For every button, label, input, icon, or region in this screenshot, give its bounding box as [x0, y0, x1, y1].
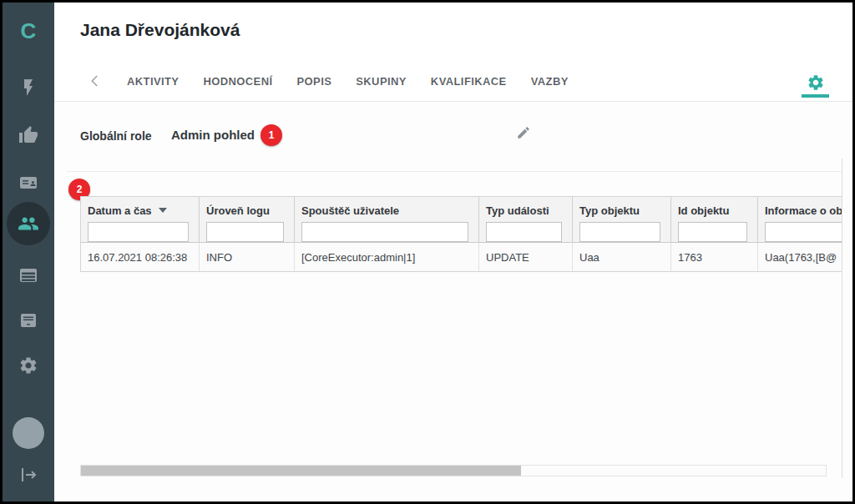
filter-input-typ-udalosti[interactable]	[486, 222, 562, 242]
page-title: Jana Dřevojánková	[80, 20, 240, 40]
column-header-id-objektu[interactable]: Id objektu	[671, 197, 758, 242]
cell-spoustec: [CoreExecutor:admin|1]	[295, 243, 479, 271]
cell-typ-udalosti: UPDATE	[479, 243, 573, 271]
column-header-informace-o-objektu[interactable]: Informace o objektu	[758, 197, 842, 242]
thumbs-up-icon[interactable]	[18, 125, 38, 145]
chevron-left-icon[interactable]	[88, 73, 103, 88]
active-tab-underline	[802, 94, 829, 98]
filter-input-id-objektu[interactable]	[678, 222, 747, 242]
tab-hodnoceni[interactable]: HODNOCENÍ	[203, 75, 272, 88]
log-table: Datum a čas Úroveň logu Spouštěč uživate…	[80, 196, 842, 272]
tab-bar: AKTIVITY HODNOCENÍ POPIS SKUPINY KVALIFI…	[88, 67, 569, 95]
app-window: C Jana Dřevojánkov	[0, 0, 855, 504]
filter-input-spoustec[interactable]	[301, 222, 468, 242]
scrollbar-thumb[interactable]	[81, 466, 521, 476]
cell-datum: 16.07.2021 08:26:38	[81, 243, 200, 271]
avatar[interactable]	[13, 417, 44, 449]
table-header-row: Datum a čas Úroveň logu Spouštěč uživate…	[81, 197, 842, 243]
sidebar: C	[3, 3, 54, 501]
filter-input-informace[interactable]	[765, 222, 842, 242]
column-header-datum-a-cas[interactable]: Datum a čas	[81, 197, 200, 242]
cell-id-objektu: 1763	[671, 243, 758, 271]
cell-informace: Uaa(1763,[B@	[758, 243, 842, 271]
tab-kvalifikace[interactable]: KVALIFIKACE	[431, 75, 507, 88]
tab-skupiny[interactable]: SKUPINY	[356, 75, 407, 88]
role-label: Globální role	[80, 129, 152, 143]
people-icon	[18, 213, 39, 234]
column-header-uroven-logu[interactable]: Úroveň logu	[200, 197, 295, 242]
column-header-spoustec-uzivatele[interactable]: Spouštěč uživatele	[295, 197, 479, 242]
pane-divider	[842, 159, 842, 478]
tab-vazby[interactable]: VAZBY	[531, 75, 569, 88]
role-value: Admin pohled	[171, 128, 255, 142]
horizontal-scrollbar[interactable]	[80, 465, 827, 476]
topbar: Jana Dřevojánková AKTIVITY HODNOCENÍ POP…	[54, 3, 852, 102]
logout-icon[interactable]	[18, 465, 38, 485]
annotation-badge-1: 1	[261, 124, 282, 146]
main-content: Jana Dřevojánková AKTIVITY HODNOCENÍ POP…	[54, 3, 852, 501]
tab-aktivity[interactable]: AKTIVITY	[127, 75, 179, 88]
column-header-typ-objektu[interactable]: Typ objektu	[573, 197, 671, 242]
column-header-typ-udalosti[interactable]: Typ události	[479, 197, 573, 242]
filter-input-uroven[interactable]	[206, 222, 284, 242]
table-icon[interactable]	[18, 265, 38, 285]
archive-icon[interactable]	[18, 310, 38, 330]
tab-popis[interactable]: POPIS	[297, 75, 332, 88]
sidebar-item-people-active[interactable]	[7, 202, 50, 245]
table-row[interactable]: 16.07.2021 08:26:38 INFO [CoreExecutor:a…	[81, 243, 842, 272]
section-divider	[67, 171, 842, 172]
filter-input-datum[interactable]	[88, 222, 189, 242]
flash-icon[interactable]	[18, 78, 38, 98]
cell-typ-objektu: Uaa	[573, 243, 671, 271]
sort-desc-icon[interactable]	[159, 208, 167, 213]
app-logo[interactable]: C	[3, 18, 54, 44]
cell-uroven: INFO	[200, 243, 295, 271]
filter-input-typ-objektu[interactable]	[579, 222, 660, 242]
gear-icon[interactable]	[18, 355, 38, 375]
id-card-icon[interactable]	[18, 173, 38, 193]
tab-settings-gear-icon[interactable]	[807, 73, 825, 92]
edit-pencil-icon[interactable]	[516, 125, 531, 140]
